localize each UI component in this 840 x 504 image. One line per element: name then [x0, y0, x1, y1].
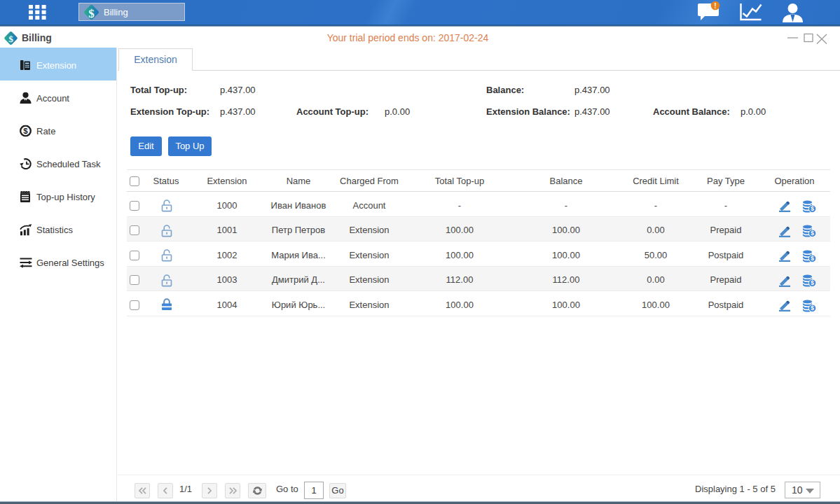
- svg-text:$: $: [88, 7, 95, 20]
- svg-text:$: $: [811, 279, 814, 286]
- svg-text:$: $: [811, 230, 814, 237]
- svg-text:$: $: [811, 205, 814, 212]
- svg-text:$: $: [811, 304, 814, 312]
- svg-text:$: $: [23, 127, 28, 135]
- svg-text:!: !: [714, 2, 716, 10]
- svg-text:$: $: [8, 34, 13, 44]
- svg-text:$: $: [811, 255, 814, 262]
